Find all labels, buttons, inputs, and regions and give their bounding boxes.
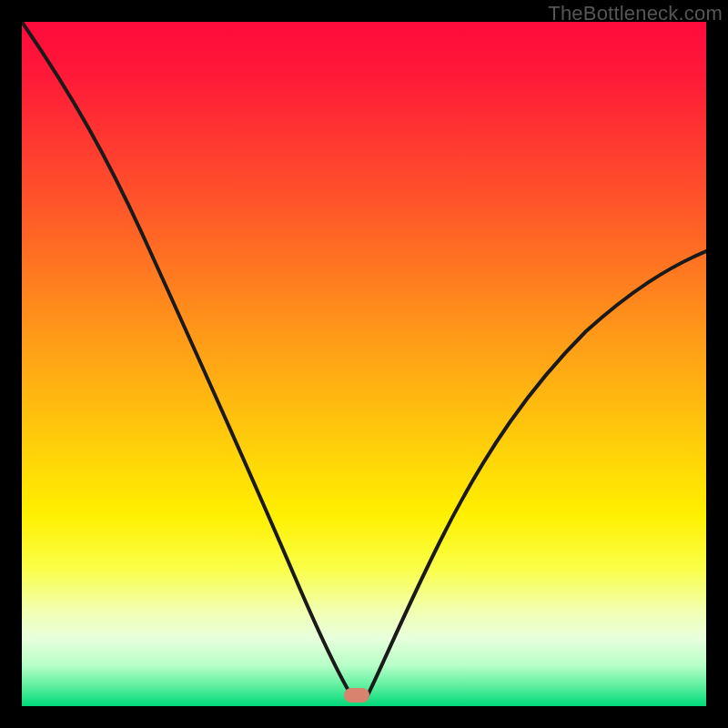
bottleneck-curve bbox=[22, 22, 706, 695]
plot-area bbox=[22, 22, 706, 706]
optimal-marker bbox=[344, 688, 369, 703]
curve-svg bbox=[22, 22, 706, 706]
watermark-text: TheBottleneck.com bbox=[548, 2, 723, 25]
